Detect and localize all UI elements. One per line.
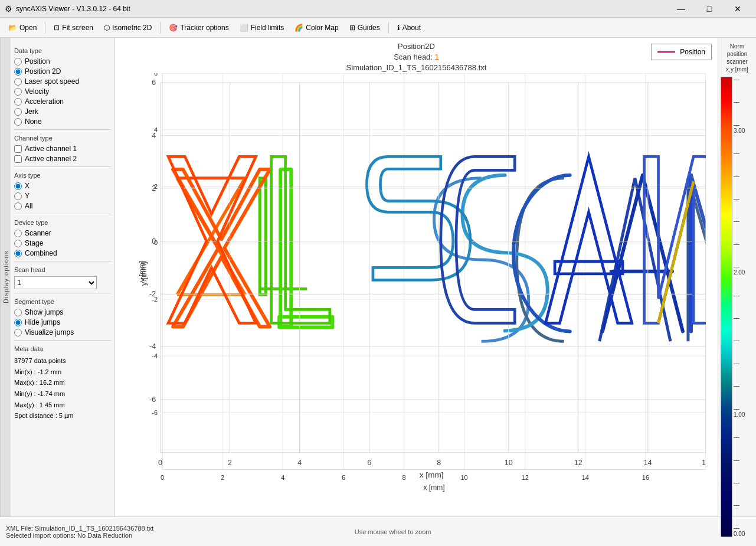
tracker-icon: 🎯 [169,24,178,32]
data-points: 37977 data points [14,355,111,367]
svg-text:-2: -2 [152,296,158,303]
xml-file-status: XML File: Simulation_ID_1_TS_16021564367… [6,525,153,532]
radio-axis-x[interactable]: X [14,182,111,190]
svg-text:-4: -4 [152,352,158,359]
checkbox-channel2[interactable]: Active channel 2 [14,155,111,163]
radio-laser-spot-speed-input[interactable] [14,78,22,86]
segment-type-section-title: Segment type [14,298,111,305]
info-icon: ℹ [397,24,400,32]
radio-axis-all[interactable]: All [14,202,111,210]
radio-laser-spot-speed[interactable]: Laser spot speed [14,77,111,86]
channel-type-group: Active channel 1 Active channel 2 [14,145,111,163]
svg-text:8: 8 [402,474,405,481]
svg-text:-6: -6 [152,409,158,416]
app-title: syncAXIS Viewer - V1.3.0.12 - 64 bit [16,5,130,13]
left-panel: Display options Data type Position Posit… [0,38,115,516]
radio-jerk[interactable]: Jerk [14,107,111,116]
radio-show-jumps[interactable]: Show jumps [14,308,111,316]
toolbar-separator [45,22,45,34]
data-type-group: Position Position 2D Laser spot speed Ve… [14,57,111,126]
radio-acceleration-input[interactable] [14,98,22,106]
axis-type-section-title: Axis type [14,172,111,179]
about-button[interactable]: ℹ About [392,21,426,34]
radio-combined-input[interactable] [14,250,22,257]
checkbox-channel1[interactable]: Active channel 1 [14,145,111,153]
svg-text:y [mm]: y [mm] [139,261,146,282]
radio-stage[interactable]: Stage [14,239,111,247]
radio-scanner[interactable]: Scanner [14,229,111,237]
color-map-button[interactable]: 🌈 Color Map [290,21,343,34]
radio-position2d[interactable]: Position 2D [14,67,111,76]
radio-none[interactable]: None [14,117,111,126]
open-button[interactable]: 📂 Open [4,21,41,34]
maximize-button[interactable]: □ [696,0,723,18]
radio-show-jumps-input[interactable] [14,309,22,316]
svg-text:2: 2 [154,183,158,190]
plot-area[interactable]: Position2D Scan head: 1 Simulation_ID_1_… [115,38,718,516]
svg-text:14: 14 [582,474,589,481]
radio-scanner-input[interactable] [14,230,22,237]
divider-2 [14,166,111,167]
close-button[interactable]: ✕ [724,0,751,18]
svg-text:2: 2 [221,474,224,481]
min-y: Min(y) : -1.74 mm [14,388,111,400]
radio-combined[interactable]: Combined [14,249,111,257]
radio-velocity[interactable]: Velocity [14,87,111,96]
svg-text:6: 6 [154,73,158,77]
colormap-icon: 🌈 [294,24,303,32]
svg-text:16: 16 [642,474,649,481]
titlebar: ⚙ syncAXIS Viewer - V1.3.0.12 - 64 bit —… [0,0,756,18]
radio-hide-jumps[interactable]: Hide jumps [14,318,111,326]
divider-5 [14,293,111,293]
axis-type-group: X Y All [14,182,111,210]
radio-jerk-input[interactable] [14,108,22,116]
tracker-options-button[interactable]: 🎯 Tracker options [164,21,233,34]
guides-button[interactable]: ⊞ Guides [345,21,385,34]
divider-6 [14,340,111,341]
isometric-icon: ⬡ [104,24,110,32]
radio-visualize-jumps[interactable]: Visualize jumps [14,328,111,336]
min-x: Min(x) : -1.2 mm [14,367,111,378]
minimize-button[interactable]: — [667,0,695,18]
segment-type-group: Show jumps Hide jumps Visualize jumps [14,308,111,336]
app-icon: ⚙ [5,4,12,14]
plot-title-line2: Scan head: 1 [115,52,718,63]
radio-axis-x-input[interactable] [14,182,22,190]
field-limits-button[interactable]: ⬜ Field limits [235,21,289,34]
plot-svg[interactable]: 6 4 2 0 -2 -4 -6 0 2 4 6 8 10 12 14 16 x… [139,73,706,493]
radio-position[interactable]: Position [14,57,111,66]
divider-1 [14,129,111,130]
plot-title-line3: Simulation_ID_1_TS_1602156436788.txt [115,63,718,73]
spot-distance: Spot distance : 5 µm [14,410,111,421]
fit-screen-button[interactable]: ⊡ Fit screen [49,21,98,34]
plot-title-line1: Position2D [115,41,718,52]
import-options-status: Selected import options: No Data Reducti… [6,532,153,539]
plot-legend: Position [651,44,712,60]
checkbox-channel2-input[interactable] [14,155,22,163]
svg-text:0: 0 [154,239,158,246]
display-options-label: Display options [0,38,11,516]
device-type-group: Scanner Stage Combined [14,229,111,257]
radio-visualize-jumps-input[interactable] [14,329,22,336]
radio-axis-y[interactable]: Y [14,192,111,200]
radio-axis-all-input[interactable] [14,202,22,210]
status-left: XML File: Simulation_ID_1_TS_16021564367… [6,525,153,539]
radio-position-input[interactable] [14,58,22,66]
checkbox-channel1-input[interactable] [14,145,22,153]
radio-position2d-input[interactable] [14,68,22,76]
isometric-2d-button[interactable]: ⬡ Isometric 2D [99,21,156,34]
main-content: Display options Data type Position Posit… [0,38,756,516]
radio-hide-jumps-input[interactable] [14,319,22,326]
radio-stage-input[interactable] [14,240,22,247]
toolbar: 📂 Open ⊡ Fit screen ⬡ Isometric 2D 🎯 Tra… [0,18,756,38]
radio-axis-y-input[interactable] [14,192,22,200]
radio-acceleration[interactable]: Acceleration [14,97,111,106]
radio-none-input[interactable] [14,118,22,126]
legend-line [657,51,675,53]
divider-4 [14,261,111,261]
meta-data-block: 37977 data points Min(x) : -1.2 mm Max(x… [14,355,111,421]
scan-head-select[interactable]: 1 [14,276,97,289]
svg-text:4: 4 [154,126,158,133]
scale-tick-labels: — — — 3.00 — — — — — — 2.00 — — — — — — … [732,77,754,537]
radio-velocity-input[interactable] [14,88,22,96]
